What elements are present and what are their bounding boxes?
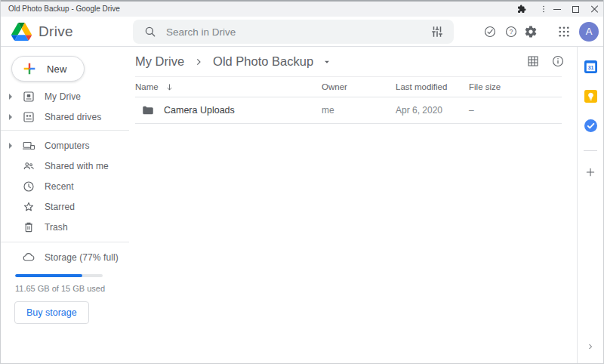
starred-star-icon	[22, 200, 35, 214]
storage-progress-fill	[15, 274, 82, 277]
breadcrumb: My Drive Old Photo Backup	[129, 47, 577, 76]
file-owner: me	[322, 105, 396, 116]
minimize-button[interactable]	[552, 2, 562, 17]
search-bar[interactable]	[133, 20, 454, 44]
expand-arrow-icon[interactable]	[5, 94, 16, 100]
breadcrumb-my-drive[interactable]: My Drive	[135, 54, 184, 69]
svg-text:31: 31	[587, 65, 593, 70]
sidebar-item-trash[interactable]: Trash	[1, 217, 129, 237]
sort-descending-icon	[165, 82, 174, 92]
sidebar-item-shared-with-me[interactable]: Shared with me	[1, 156, 129, 176]
panel-divider	[584, 150, 597, 151]
sidebar-item-computers[interactable]: Computers	[1, 135, 129, 156]
new-button-label: New	[47, 63, 67, 75]
shared-with-me-icon	[22, 159, 35, 173]
settings-gear-icon[interactable]	[524, 24, 538, 39]
sidebar-item-label: Shared with me	[45, 161, 109, 171]
file-list: Name Owner Last modified File size	[135, 76, 562, 124]
column-header-last-modified[interactable]: Last modified	[396, 82, 469, 91]
sidebar-item-label: Trash	[45, 222, 68, 233]
add-panel-app-icon[interactable]	[584, 166, 596, 181]
google-apps-grid-icon[interactable]	[557, 25, 571, 39]
drive-logo-icon	[11, 23, 32, 41]
app-header: Drive ? A	[1, 17, 603, 47]
file-row-camera-uploads[interactable]: Camera Uploads me Apr 6, 2020 –	[135, 97, 562, 124]
column-header-name[interactable]: Name	[135, 82, 322, 92]
window-title: Old Photo Backup - Google Drive	[8, 2, 120, 17]
close-button[interactable]	[589, 2, 599, 17]
sidebar-item-label: Shared drives	[45, 112, 101, 122]
sidebar-divider	[1, 242, 129, 242]
file-list-header: Name Owner Last modified File size	[135, 76, 562, 97]
main-content: My Drive Old Photo Backup Name	[129, 47, 577, 363]
drive-logo[interactable]: Drive	[11, 17, 73, 47]
left-sidebar: New My Drive Shared drives	[1, 47, 129, 363]
storage-usage-text: 11.65 GB of 15 GB used	[15, 284, 129, 293]
svg-text:?: ?	[510, 29, 513, 35]
sidebar-item-label: Starred	[45, 202, 75, 212]
side-panel: 31	[577, 47, 603, 363]
column-header-file-size: File size	[469, 82, 562, 91]
storage-label: Storage (77% full)	[45, 252, 119, 263]
collapse-panel-chevron-icon[interactable]	[586, 341, 595, 354]
maximize-button[interactable]	[570, 2, 581, 17]
buy-storage-button[interactable]: Buy storage	[14, 301, 89, 324]
shared-drives-icon	[22, 110, 35, 124]
grid-view-icon[interactable]	[526, 54, 540, 71]
file-size: –	[469, 105, 562, 116]
google-calendar-icon[interactable]: 31	[584, 60, 597, 76]
my-drive-icon	[22, 90, 35, 103]
sidebar-item-recent[interactable]: Recent	[1, 176, 129, 196]
sidebar-item-my-drive[interactable]: My Drive	[1, 86, 129, 106]
app-name: Drive	[39, 23, 73, 40]
avatar-letter: A	[579, 22, 599, 42]
offline-status-icon[interactable]	[483, 24, 497, 39]
search-icon	[143, 25, 157, 39]
expand-arrow-icon[interactable]	[5, 143, 16, 149]
storage-cloud-icon	[22, 251, 35, 264]
recent-clock-icon	[22, 180, 35, 193]
account-avatar[interactable]: A	[579, 22, 599, 42]
sidebar-item-label: My Drive	[45, 91, 81, 102]
extensions-puzzle-icon[interactable]	[516, 2, 528, 17]
trash-icon	[22, 221, 35, 234]
browser-menu-icon[interactable]	[538, 2, 549, 17]
file-last-modified: Apr 6, 2020	[396, 105, 469, 116]
google-keep-icon[interactable]	[584, 90, 597, 106]
search-options-tune-icon[interactable]	[430, 25, 444, 39]
expand-arrow-icon[interactable]	[5, 114, 16, 120]
computers-icon	[22, 139, 35, 153]
sidebar-item-label: Recent	[45, 181, 74, 192]
window-titlebar: Old Photo Backup - Google Drive	[1, 2, 603, 17]
breadcrumb-current-folder[interactable]: Old Photo Backup	[213, 54, 313, 69]
new-button[interactable]: New	[11, 56, 85, 82]
browser-app-window: Old Photo Backup - Google Drive Drive	[0, 0, 604, 364]
sidebar-item-shared-drives[interactable]: Shared drives	[1, 106, 129, 127]
sidebar-item-starred[interactable]: Starred	[1, 196, 129, 217]
column-header-owner: Owner	[322, 82, 396, 91]
sidebar-divider	[1, 130, 129, 131]
folder-icon	[141, 103, 155, 117]
new-plus-icon	[21, 60, 38, 77]
file-name: Camera Uploads	[164, 105, 235, 116]
info-icon[interactable]	[551, 54, 565, 71]
help-icon[interactable]: ?	[504, 24, 518, 39]
storage-progress-bar	[15, 274, 103, 277]
sidebar-item-label: Computers	[45, 140, 90, 151]
sidebar-item-storage[interactable]: Storage (77% full)	[1, 247, 129, 267]
chevron-right-icon	[193, 56, 205, 68]
breadcrumb-dropdown-caret-icon[interactable]	[322, 57, 332, 67]
search-input[interactable]	[166, 26, 430, 38]
google-tasks-icon[interactable]	[584, 119, 597, 135]
